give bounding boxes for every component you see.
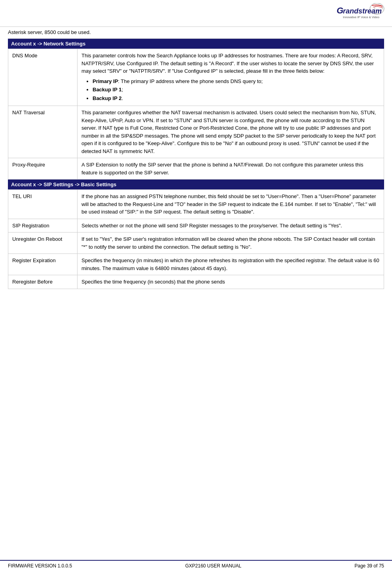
- row-content-dns: This parameter controls how the Search A…: [78, 49, 384, 106]
- table-row: Register Expiration Specifies the freque…: [8, 254, 384, 275]
- intro-text: Asterisk server, 8500 could be used.: [8, 29, 91, 35]
- bullet-bold-3: Backup IP 2: [93, 95, 121, 101]
- row-content-proxy: A SIP Extension to notify the SIP server…: [78, 158, 384, 180]
- network-settings-table: DNS Mode This parameter controls how the…: [8, 49, 384, 180]
- svg-text:Innovative IP Voice & Video: Innovative IP Voice & Video: [343, 15, 379, 19]
- table-row: SIP Registration Selects whether or not …: [8, 219, 384, 233]
- bullet-bold-2: Backup IP 1: [93, 87, 121, 93]
- sip-settings-table: TEL URI If the phone has an assigned PST…: [8, 189, 384, 289]
- grandstream-logo: G randstream Innovative IP Voice & Video: [334, 3, 386, 25]
- list-item: Backup IP 1;: [93, 86, 380, 94]
- page-wrapper: G randstream Innovative IP Voice & Video…: [0, 0, 392, 571]
- svg-text:randstream: randstream: [343, 7, 382, 15]
- row-label-teluri: TEL URI: [8, 190, 78, 219]
- bullet-rest-1: : The primary IP address where the phone…: [118, 78, 263, 84]
- bullet-rest-3: .: [121, 95, 123, 101]
- row-content-nat: This parameter configures whether the NA…: [78, 106, 384, 158]
- svg-text:G: G: [337, 6, 343, 15]
- footer-page: Page 39 of 75: [354, 563, 384, 569]
- list-item: Primary IP: The primary IP address where…: [93, 78, 380, 85]
- table-row: Reregister Before Specifies the time fre…: [8, 275, 384, 289]
- row-label-regexp: Register Expiration: [8, 254, 78, 275]
- row-content-regexp: Specifies the frequency (in minutes) in …: [78, 254, 384, 275]
- table-row: Unregister On Reboot If set to "Yes", th…: [8, 233, 384, 254]
- logo-box: G randstream Innovative IP Voice & Video: [334, 3, 386, 25]
- table-row: DNS Mode This parameter controls how the…: [8, 49, 384, 106]
- header-logo: G randstream Innovative IP Voice & Video: [0, 0, 392, 27]
- row-label-nat: NAT Traversal: [8, 106, 78, 158]
- table-row: Proxy-Require A SIP Extension to notify …: [8, 158, 384, 180]
- bullet-bold-1: Primary IP: [93, 78, 118, 84]
- bullet-rest-2: ;: [121, 87, 123, 93]
- row-content-teluri: If the phone has an assigned PSTN teleph…: [78, 190, 384, 219]
- section-header-network: Account x -> Network Settings: [8, 39, 384, 49]
- section-header-sip: Account x -> SIP Settings -> Basic Setti…: [8, 180, 384, 189]
- row-label-dns: DNS Mode: [8, 49, 78, 106]
- row-label-unreg: Unregister On Reboot: [8, 233, 78, 254]
- table-row: TEL URI If the phone has an assigned PST…: [8, 190, 384, 219]
- content-area: Asterisk server, 8500 could be used. Acc…: [0, 27, 392, 560]
- dns-bullets: Primary IP: The primary IP address where…: [81, 78, 380, 102]
- list-item: Backup IP 2.: [93, 95, 380, 102]
- footer-manual: GXP2160 USER MANUAL: [185, 563, 241, 569]
- dns-intro: This parameter controls how the Search A…: [81, 53, 374, 74]
- row-content-sipreg: Selects whether or not the phone will se…: [78, 219, 384, 233]
- row-content-unreg: If set to "Yes", the SIP user's registra…: [78, 233, 384, 254]
- row-content-rereg: Specifies the time frequency (in seconds…: [78, 275, 384, 289]
- intro-row: Asterisk server, 8500 could be used.: [8, 27, 384, 39]
- table-row: NAT Traversal This parameter configures …: [8, 106, 384, 158]
- footer-bar: FIRMWARE VERSION 1.0.0.5 GXP2160 USER MA…: [0, 560, 392, 571]
- row-label-sipreg: SIP Registration: [8, 219, 78, 233]
- row-label-proxy: Proxy-Require: [8, 158, 78, 180]
- footer-firmware: FIRMWARE VERSION 1.0.0.5: [8, 563, 72, 569]
- row-label-rereg: Reregister Before: [8, 275, 78, 289]
